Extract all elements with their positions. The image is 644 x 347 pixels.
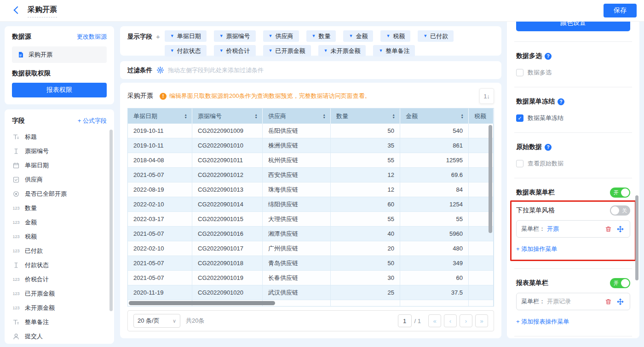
sort-order-button[interactable]: 1↓ [479,88,494,104]
report-permission-button[interactable]: 报表权限 [12,83,107,97]
display-field-tag[interactable]: ▼票据编号 [214,30,256,42]
table-row[interactable]: 2019-10-11CG20220901009岳阳供应链50540 [128,124,494,138]
display-field-tag[interactable]: ▼金额 [343,30,373,42]
table-row[interactable]: 2021-05-07CG20220901012西安供应链1269.6 [128,168,494,182]
gear-icon[interactable] [156,67,164,74]
table-header-row: 单据日期▲▼票据编号▲▼供应商▲▼数量▲▼金额▲▼税额 [128,108,494,124]
pager-last-button[interactable]: » [475,314,488,327]
multi-select-checkbox[interactable]: ✓ 数据多选 [516,68,630,77]
display-field-tag[interactable]: ▼数量 [306,30,336,42]
page-size-select[interactable]: 20 条/页 ∨ [133,314,180,328]
add-report-action-menu-link[interactable]: + 添加报表操作菜单 [516,318,630,326]
field-item[interactable]: 123已付款 [12,244,107,258]
table-cell: CG20220901009 [192,124,263,138]
field-label: 数量 [25,204,37,212]
display-field-tag[interactable]: ▼单据日期 [165,30,207,42]
sort-icon[interactable]: ▲▼ [323,114,326,119]
table-row[interactable]: 2018-04-08CG20220901011杭州供应链5512595 [128,153,494,168]
toggle-knob [621,279,629,287]
table-header-cell[interactable]: 单据日期▲▼ [128,108,192,124]
filter-dropzone[interactable]: 过滤条件 拖动左侧字段到此处来添加过滤条件 [120,61,501,79]
display-fields-label: 显示字段 [127,33,152,41]
pager-prev-button[interactable]: ‹ [444,314,457,327]
dropdown-style-toggle[interactable]: 关 [610,205,630,216]
page-number-input[interactable]: 1 [398,314,412,327]
pager-next-button[interactable]: › [460,314,472,327]
table-header-cell[interactable]: 数量▲▼ [331,108,400,124]
field-item[interactable]: 123税额 [12,229,107,244]
report-menu-toggle[interactable]: 开 [610,278,630,288]
table-row[interactable]: 2022-02-10CG20220901014绵阳供应链601254 [128,197,494,212]
add-display-field-button[interactable]: + [156,33,160,40]
data-table-menu-toggle[interactable]: 开 [610,188,630,198]
fields-scrollbar[interactable] [109,130,113,311]
table-row[interactable]: 2022-03-17CG20220901015大理供应链5555 [128,212,494,227]
display-field-tag[interactable]: ▼整单备注 [373,45,415,57]
table-vertical-scrollbar[interactable] [489,125,492,233]
field-item[interactable]: 123价税合计 [12,272,107,286]
field-item[interactable]: 123金额 [12,215,107,229]
table-row[interactable]: 2022-02-10CG20220901017广州供应链20480 [128,241,494,256]
sort-icon[interactable]: ▲▼ [392,114,395,119]
display-field-tag[interactable]: ▼已付款 [418,30,454,42]
back-icon[interactable] [14,6,22,14]
table-row[interactable]: 2021-05-07CG20220901019长春供应链3060 [128,271,494,285]
help-icon[interactable]: ? [558,98,564,105]
field-item[interactable]: 票据编号 [12,144,107,158]
field-item[interactable]: 提交人 [12,329,107,343]
sort-icon[interactable]: ▲▼ [461,114,464,119]
field-item[interactable]: 123已开票金额 [12,286,107,301]
menu-item-row[interactable]: 菜单栏： 开票记录 [516,293,630,310]
sort-icon[interactable]: ▲▼ [255,114,258,119]
table-horizontal-scrollbar[interactable] [129,301,275,305]
save-button[interactable]: 保存 [604,4,637,17]
display-field-tag[interactable]: ▼供应商 [263,30,299,42]
column-label: 数量 [336,112,348,120]
sort-icon[interactable]: ▲▼ [184,114,187,119]
table-cell [469,256,494,271]
table-cell: 35 [331,138,400,153]
table-header-cell[interactable]: 税额 [469,108,494,124]
checkbox-icon: ✓ [516,160,523,167]
datasource-item[interactable]: 采购开票 [12,46,107,63]
field-item[interactable]: 123数量 [12,201,107,215]
field-item[interactable]: 单据日期 [12,158,107,172]
help-icon[interactable]: ? [545,144,552,151]
change-datasource-link[interactable]: 更改数据源 [77,33,107,41]
help-icon[interactable]: ? [545,53,552,60]
raw-data-checkbox[interactable]: ✓ 查看原始数据 [516,159,630,168]
menu-freeze-checkbox[interactable]: ✓ 数据菜单冻结 [516,114,630,122]
table-row[interactable]: 2021-05-07CG20220901016湘潭供应链405960 [128,227,494,241]
field-item[interactable]: 123未开票金额 [12,301,107,315]
table-header-cell[interactable]: 票据编号▲▼ [192,108,263,124]
field-item[interactable]: 付款状态 [12,258,107,272]
field-item[interactable]: 整单备注 [12,315,107,329]
pager-first-button[interactable]: « [428,314,441,327]
field-item[interactable]: 供应商 [12,172,107,187]
field-item[interactable]: 标题 [12,130,107,144]
app-root: 采购开票 保存 数据源 更改数据源 采购开票 数据获取权限 报表权限 字段 + … [0,0,644,347]
display-field-tag[interactable]: ▼税额 [380,30,410,42]
move-icon[interactable] [615,224,625,234]
table-row[interactable]: 2021-05-07CG20220901018青岛供应链50349 [128,256,494,271]
table-row[interactable]: 2022-08-19CG20220901013珠海供应链1284 [128,182,494,197]
formula-field-link[interactable]: + 公式字段 [78,117,107,125]
field-item[interactable]: 是否已全部开票 [12,187,107,201]
trash-icon[interactable] [603,296,613,307]
table-header-cell[interactable]: 金额▲▼ [400,108,469,124]
table-header-cell[interactable]: 供应商▲▼ [263,108,331,124]
menu-item-row[interactable]: 菜单栏： 开票 [516,220,630,238]
trash-icon[interactable] [603,224,613,234]
caret-down-icon: ▼ [312,34,316,38]
add-action-menu-link[interactable]: + 添加操作菜单 [516,245,630,253]
display-field-tag[interactable]: ▼付款状态 [165,45,207,57]
table-row[interactable]: 2019-10-11CG20220901010株洲供应链35861 [128,138,494,153]
table-card: 采购开票 ! 编辑界面只取数据源前200条作为查询数据预览，完整数据请访问页面查… [120,83,501,338]
display-field-tag[interactable]: ▼价税合计 [214,45,256,57]
settings-scrollbar[interactable] [635,195,638,280]
move-icon[interactable] [615,296,625,307]
table-row[interactable]: 2020-11-19CG20220901020武汉供应链2537.5 [128,285,494,300]
display-field-tag[interactable]: ▼未开票金额 [318,45,366,57]
tag-label: 票据编号 [226,32,250,40]
display-field-tag[interactable]: ▼已开票金额 [263,45,311,57]
